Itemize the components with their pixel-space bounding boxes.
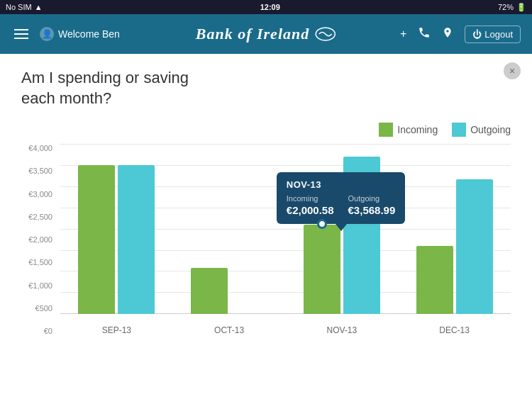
tooltip-dot-indicator (317, 219, 327, 229)
y-label-4000: €4,000 (21, 144, 57, 152)
nav-left: 👤 Welcome Ben (11, 26, 120, 42)
page-title: Am I spending or savingeach month? (21, 68, 511, 108)
user-icon: 👤 (40, 27, 54, 41)
tooltip-outgoing: Outgoing €3,568.99 (348, 194, 396, 217)
phone-button[interactable] (418, 26, 431, 42)
y-label-1000: €1,000 (21, 281, 57, 290)
battery-label: 72% (498, 3, 514, 11)
legend-outgoing: Outgoing (452, 123, 511, 137)
y-axis: €0 €500 €1,000 €1,500 €2,000 €2,500 €3,0… (21, 144, 57, 335)
chart-inner: SEP-13 OCT-13 NOV-13 DEC-13 NOV-13 Incom… (60, 144, 511, 335)
close-button[interactable]: × (504, 62, 521, 79)
bar-nov13-incoming[interactable] (304, 225, 340, 314)
legend-incoming: Incoming (379, 123, 438, 137)
incoming-color (379, 123, 393, 137)
bank-name: Bank of Ireland (196, 25, 309, 43)
y-label-1500: €1,500 (21, 258, 57, 266)
location-button[interactable] (442, 26, 453, 43)
y-label-500: €500 (21, 304, 57, 313)
outgoing-label: Outgoing (470, 124, 511, 135)
chart-legend: Incoming Outgoing (21, 123, 511, 137)
outgoing-color (452, 123, 466, 137)
nav-header: 👤 Welcome Ben Bank of Ireland + ⏻ Logout (0, 14, 532, 54)
bars-container (60, 144, 511, 314)
main-content: × Am I spending or savingeach month? Inc… (0, 54, 532, 399)
location-icon (442, 26, 453, 40)
bar-group-sep13 (60, 165, 173, 314)
battery-icon: 🔋 (516, 3, 526, 12)
y-label-2000: €2,000 (21, 235, 57, 244)
logout-label: Logout (484, 29, 513, 40)
welcome-section: 👤 Welcome Ben (40, 27, 120, 41)
time-display: 12:09 (260, 3, 280, 11)
status-bar: No SIM ▲ 12:09 72% 🔋 (0, 0, 532, 14)
bar-dec13-outgoing[interactable] (456, 179, 493, 314)
bar-dec13-incoming[interactable] (416, 246, 453, 314)
tooltip-incoming: Incoming €2,000.58 (287, 194, 334, 217)
add-button[interactable]: + (400, 28, 406, 40)
bar-group-oct13 (173, 268, 286, 314)
chart-area: €0 €500 €1,000 €1,500 €2,000 €2,500 €3,0… (21, 144, 511, 356)
y-label-3000: €3,000 (21, 190, 57, 198)
bar-sep13-outgoing[interactable] (118, 165, 155, 314)
boi-logo-icon (315, 26, 336, 43)
status-left: No SIM ▲ (6, 3, 43, 11)
nav-title: Bank of Ireland (196, 25, 336, 43)
tooltip-outgoing-value: €3,568.99 (348, 204, 396, 216)
tooltip-date: NOV-13 (287, 179, 395, 190)
hamburger-line-2 (14, 33, 28, 35)
x-label-sep13: SEP-13 (60, 325, 173, 335)
y-label-3500: €3,500 (21, 167, 57, 175)
tooltip-pointer (336, 224, 347, 231)
tooltip-incoming-value: €2,000.58 (287, 204, 334, 216)
bar-sep13-incoming[interactable] (78, 165, 115, 314)
nav-right: + ⏻ Logout (400, 26, 521, 43)
x-label-dec13: DEC-13 (398, 325, 511, 335)
incoming-label: Incoming (397, 124, 438, 135)
phone-icon (418, 26, 431, 39)
tooltip-incoming-label: Incoming (287, 194, 334, 203)
bar-group-dec13 (398, 179, 511, 314)
menu-button[interactable] (11, 26, 31, 42)
hamburger-line-1 (14, 29, 28, 30)
x-label-nov13: NOV-13 (286, 325, 399, 335)
power-icon: ⏻ (472, 29, 482, 40)
status-right: 72% 🔋 (498, 3, 526, 12)
tooltip-outgoing-label: Outgoing (348, 194, 396, 203)
logout-button[interactable]: ⏻ Logout (465, 26, 521, 43)
network-label: No SIM (6, 3, 32, 11)
y-label-2500: €2,500 (21, 213, 57, 221)
hamburger-line-3 (14, 38, 28, 39)
x-label-oct13: OCT-13 (173, 325, 286, 335)
y-label-0: €0 (21, 327, 57, 335)
x-labels: SEP-13 OCT-13 NOV-13 DEC-13 (60, 315, 511, 335)
chart-tooltip: NOV-13 Incoming €2,000.58 Outgoing €3,56… (277, 172, 405, 224)
tooltip-row: Incoming €2,000.58 Outgoing €3,568.99 (287, 194, 395, 217)
wifi-icon: ▲ (35, 3, 43, 11)
bar-oct13-incoming[interactable] (191, 268, 228, 314)
welcome-text: Welcome Ben (58, 28, 120, 40)
